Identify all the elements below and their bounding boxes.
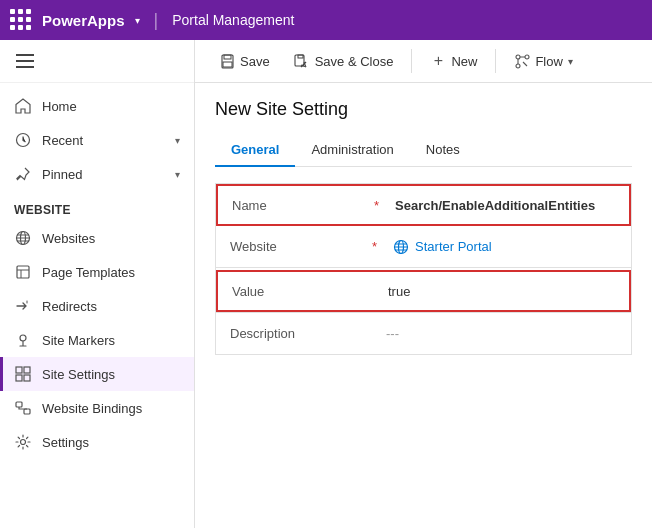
sidebar-header bbox=[0, 40, 194, 83]
home-icon bbox=[14, 97, 32, 115]
sidebar-item-page-templates[interactable]: Page Templates bbox=[0, 255, 194, 289]
sidebar-item-recent[interactable]: Recent ▾ bbox=[0, 123, 194, 157]
svg-rect-5 bbox=[16, 367, 22, 373]
redirects-icon bbox=[14, 297, 32, 315]
new-button[interactable]: + New bbox=[420, 48, 487, 74]
svg-rect-14 bbox=[223, 62, 232, 67]
svg-rect-3 bbox=[17, 266, 29, 278]
name-field-row: Name * Search/EnableAdditionalEntities bbox=[216, 184, 631, 226]
sidebar-item-site-markers[interactable]: Site Markers bbox=[0, 323, 194, 357]
apps-grid-icon[interactable] bbox=[10, 9, 32, 31]
sidebar-item-settings[interactable]: Settings bbox=[0, 425, 194, 459]
website-required: * bbox=[372, 239, 377, 254]
flow-label: Flow bbox=[535, 54, 562, 69]
website-globe-icon bbox=[393, 239, 409, 255]
new-label: New bbox=[451, 54, 477, 69]
svg-point-19 bbox=[516, 64, 520, 68]
main-layout: Home Recent ▾ Pinned ▾ Website bbox=[0, 40, 652, 528]
flow-chevron-icon: ▾ bbox=[568, 56, 573, 67]
svg-rect-9 bbox=[16, 402, 22, 407]
toolbar-separator-1 bbox=[411, 49, 412, 73]
sidebar-label-page-templates: Page Templates bbox=[42, 265, 180, 280]
website-label: Website bbox=[230, 239, 370, 254]
sidebar-item-website-bindings[interactable]: Website Bindings bbox=[0, 391, 194, 425]
pin-icon bbox=[14, 165, 32, 183]
sidebar-label-pinned: Pinned bbox=[42, 167, 165, 182]
site-markers-icon bbox=[14, 331, 32, 349]
svg-point-18 bbox=[525, 55, 529, 59]
svg-point-4 bbox=[20, 335, 26, 341]
tabs: General Administration Notes bbox=[215, 134, 632, 167]
sidebar-label-recent: Recent bbox=[42, 133, 165, 148]
sidebar-item-home[interactable]: Home bbox=[0, 89, 194, 123]
svg-rect-13 bbox=[224, 55, 231, 59]
globe-icon bbox=[14, 229, 32, 247]
pinned-chevron-icon: ▾ bbox=[175, 169, 180, 180]
tab-general[interactable]: General bbox=[215, 134, 295, 167]
sidebar-nav: Home Recent ▾ Pinned ▾ Website bbox=[0, 83, 194, 528]
toolbar-separator-2 bbox=[495, 49, 496, 73]
portal-name: Portal Management bbox=[172, 12, 294, 28]
flow-button[interactable]: Flow ▾ bbox=[504, 48, 582, 74]
site-settings-icon bbox=[14, 365, 32, 383]
sidebar-label-redirects: Redirects bbox=[42, 299, 180, 314]
form-fields: Name * Search/EnableAdditionalEntities W… bbox=[215, 183, 632, 355]
name-value[interactable]: Search/EnableAdditionalEntities bbox=[395, 198, 615, 213]
svg-rect-10 bbox=[24, 409, 30, 414]
name-required: * bbox=[374, 198, 379, 213]
content-area: Save Save & Close + New Flow ▾ bbox=[195, 40, 652, 528]
description-value: --- bbox=[386, 326, 617, 341]
form-title: New Site Setting bbox=[215, 99, 632, 120]
toolbar: Save Save & Close + New Flow ▾ bbox=[195, 40, 652, 83]
svg-point-17 bbox=[516, 55, 520, 59]
sidebar-item-websites[interactable]: Websites bbox=[0, 221, 194, 255]
sidebar-label-websites: Websites bbox=[42, 231, 180, 246]
hamburger-menu-icon[interactable] bbox=[12, 50, 182, 72]
sidebar-item-redirects[interactable]: Redirects bbox=[0, 289, 194, 323]
sidebar: Home Recent ▾ Pinned ▾ Website bbox=[0, 40, 195, 528]
top-bar-separator: | bbox=[154, 10, 159, 31]
name-label: Name bbox=[232, 198, 372, 213]
value-value[interactable]: true bbox=[388, 284, 615, 299]
flow-icon bbox=[514, 53, 530, 69]
save-close-label: Save & Close bbox=[315, 54, 394, 69]
sidebar-label-site-markers: Site Markers bbox=[42, 333, 180, 348]
value-label: Value bbox=[232, 284, 372, 299]
sidebar-item-site-settings[interactable]: Site Settings bbox=[0, 357, 194, 391]
save-close-button[interactable]: Save & Close bbox=[284, 48, 404, 74]
website-field-row: Website * Starter Portal bbox=[216, 226, 631, 268]
svg-rect-6 bbox=[24, 367, 30, 373]
top-bar: PowerApps ▾ | Portal Management bbox=[0, 0, 652, 40]
sidebar-label-website-bindings: Website Bindings bbox=[42, 401, 180, 416]
website-value[interactable]: Starter Portal bbox=[393, 239, 617, 255]
sidebar-label-site-settings: Site Settings bbox=[42, 367, 180, 382]
plus-icon: + bbox=[430, 53, 446, 69]
description-label: Description bbox=[230, 326, 370, 341]
clock-icon bbox=[14, 131, 32, 149]
save-icon bbox=[219, 53, 235, 69]
save-button[interactable]: Save bbox=[209, 48, 280, 74]
settings-icon bbox=[14, 433, 32, 451]
save-label: Save bbox=[240, 54, 270, 69]
website-bindings-icon bbox=[14, 399, 32, 417]
tab-administration[interactable]: Administration bbox=[295, 134, 409, 167]
svg-point-11 bbox=[21, 440, 26, 445]
sidebar-label-home: Home bbox=[42, 99, 180, 114]
sidebar-item-pinned[interactable]: Pinned ▾ bbox=[0, 157, 194, 191]
description-field-row: Description --- bbox=[216, 312, 631, 354]
recent-chevron-icon: ▾ bbox=[175, 135, 180, 146]
save-close-icon bbox=[294, 53, 310, 69]
tab-notes[interactable]: Notes bbox=[410, 134, 476, 167]
sidebar-label-settings: Settings bbox=[42, 435, 180, 450]
website-portal-label: Starter Portal bbox=[415, 239, 492, 254]
value-field-row: Value true bbox=[216, 270, 631, 312]
svg-rect-16 bbox=[298, 55, 303, 58]
form-area: New Site Setting General Administration … bbox=[195, 83, 652, 528]
svg-rect-7 bbox=[16, 375, 22, 381]
page-templates-icon bbox=[14, 263, 32, 281]
website-section-title: Website bbox=[0, 191, 194, 221]
app-chevron-icon[interactable]: ▾ bbox=[135, 15, 140, 26]
app-name: PowerApps bbox=[42, 12, 125, 29]
svg-rect-8 bbox=[24, 375, 30, 381]
